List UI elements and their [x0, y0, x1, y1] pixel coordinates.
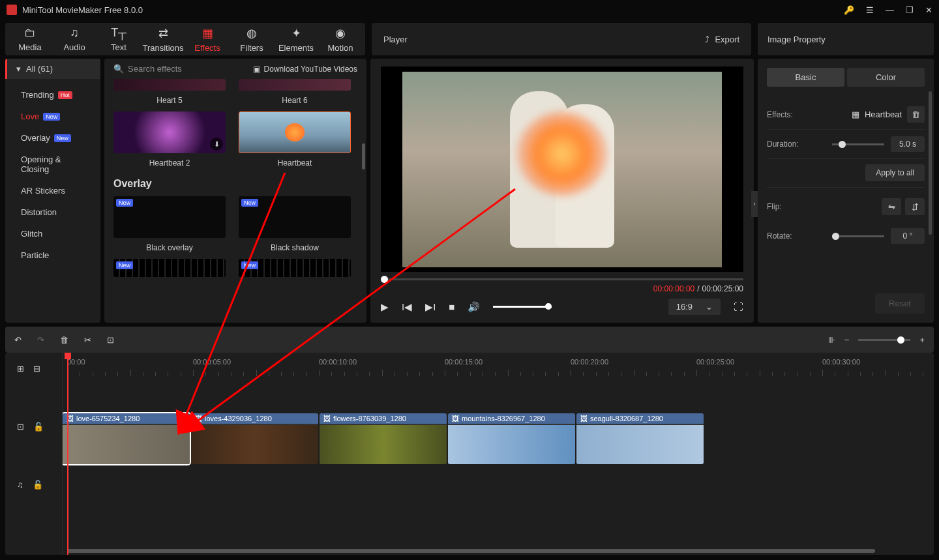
fullscreen-button[interactable]: ⛶ [734, 301, 743, 312]
zoom-in-button[interactable]: + [919, 335, 925, 345]
sidebar-item-love[interactable]: LoveNew [5, 106, 100, 127]
volume-icon[interactable]: 🔊 [468, 301, 480, 313]
timeline-clip[interactable]: 🖼love-6575234_1280 [63, 413, 190, 464]
sidebar-item-particle[interactable]: Particle [5, 244, 100, 266]
image-icon: 🖼 [452, 415, 459, 422]
sidebar-item-trending[interactable]: TrendingHot [5, 84, 100, 106]
close-icon[interactable]: ✕ [925, 5, 932, 15]
timeline: ⊞ ⊟ ⊡ 🔓 ♫ 🔓 00:0000:00:05:0000:00:10:000… [5, 353, 934, 555]
tab-elements[interactable]: ✦Elements [274, 25, 318, 53]
flip-vertical-button[interactable]: ⇵ [905, 198, 925, 215]
preview-area[interactable] [381, 66, 743, 272]
collapse-handle[interactable]: › [751, 191, 758, 217]
ruler-label: 00:00:30:00 [822, 358, 860, 366]
ruler-label: 00:00:10:00 [319, 358, 357, 366]
download-youtube-link[interactable]: ▣ Download YouTube Videos [253, 65, 357, 74]
search-input[interactable]: 🔍 Search effects [113, 64, 182, 74]
timeline-clip[interactable]: 🖼seagull-8320687_1280 [576, 413, 704, 464]
tab-basic[interactable]: Basic [767, 68, 844, 87]
lock-icon[interactable]: 🔓 [33, 422, 44, 432]
effect-heartbeat-2[interactable]: ⬇ Heartbeat 2 [113, 111, 226, 174]
seek-bar[interactable] [381, 278, 743, 280]
tab-motion[interactable]: ◉Motion [318, 25, 363, 53]
tab-effects[interactable]: ▦Effects [185, 25, 230, 53]
effect-item[interactable]: New [239, 259, 351, 277]
property-header: Image Property [758, 23, 934, 55]
sidebar-item-ar-stickers[interactable]: AR Stickers [5, 180, 100, 201]
effect-heart-6[interactable]: Heart 6 [239, 79, 351, 111]
properties-panel: Basic Color Effects: ▦ Heartbeat 🗑 Durat… [758, 59, 934, 323]
timeline-clip[interactable]: 🖼flowers-8763039_1280 [320, 413, 447, 464]
sidebar-item-glitch[interactable]: Glitch [5, 223, 100, 244]
zoom-out-button[interactable]: − [844, 335, 850, 345]
effect-heartbeat[interactable]: Heartbeat [239, 111, 351, 174]
tab-transitions[interactable]: ⇄Transitions [141, 25, 185, 53]
video-track-icon[interactable]: ⊡ [17, 422, 24, 432]
menu-icon[interactable]: ☰ [866, 5, 874, 15]
remove-track-button[interactable]: ⊟ [33, 364, 40, 374]
ruler[interactable]: 00:0000:00:05:0000:00:10:0000:00:15:0000… [63, 353, 934, 380]
add-track-button[interactable]: ⊞ [17, 364, 24, 374]
sidebar-all[interactable]: ▾ All (61) [5, 59, 100, 79]
duration-value[interactable]: 5.0 s [891, 136, 925, 152]
audio-track-icon[interactable]: ♫ [17, 480, 23, 490]
split-button[interactable]: ✂ [84, 335, 91, 345]
sidebar-item-distortion[interactable]: Distortion [5, 201, 100, 223]
seek-handle[interactable] [381, 276, 388, 283]
badge: New [43, 113, 60, 121]
key-icon[interactable]: 🔑 [844, 5, 854, 15]
image-icon: 🖼 [323, 415, 331, 422]
tab-color[interactable]: Color [847, 68, 925, 87]
aspect-ratio-select[interactable]: 16:9 ⌄ [668, 299, 721, 315]
play-button[interactable]: ▶ [381, 301, 389, 313]
tab-filters[interactable]: ◍Filters [230, 25, 274, 53]
fit-button[interactable]: ⊪ [828, 335, 835, 345]
minimize-icon[interactable]: — [886, 5, 894, 15]
effect-black-shadow[interactable]: New Black shadow [239, 196, 351, 259]
sidebar-item-opening-closing[interactable]: Opening & Closing [5, 149, 100, 180]
titlebar: MiniTool MovieMaker Free 8.0.0 🔑 ☰ — ❐ ✕ [0, 0, 939, 20]
reset-button[interactable]: Reset [875, 293, 925, 314]
export-button[interactable]: ⤴ Export [705, 35, 739, 44]
next-button[interactable]: ▶I [425, 301, 436, 313]
sidebar-item-overlay[interactable]: OverlayNew [5, 127, 100, 149]
app-icon [7, 5, 17, 15]
duration-slider[interactable] [832, 143, 884, 145]
badge: New [54, 134, 71, 142]
timeline-clip[interactable]: 🖼loves-4329036_1280 [191, 413, 318, 464]
delete-effect-button[interactable]: 🗑 [907, 106, 925, 123]
chevron-down-icon: ⌄ [706, 302, 713, 312]
volume-slider[interactable] [493, 306, 552, 308]
timeline-clip[interactable]: 🖼mountains-8326967_1280 [448, 413, 575, 464]
crop-button[interactable]: ⊡ [107, 335, 114, 345]
delete-button[interactable]: 🗑 [60, 335, 68, 345]
scrollbar[interactable] [929, 91, 932, 235]
lock-icon[interactable]: 🔓 [33, 480, 43, 490]
zoom-slider[interactable] [858, 339, 910, 341]
maximize-icon[interactable]: ❐ [906, 5, 914, 15]
effect-heart-5[interactable]: Heart 5 [113, 79, 226, 111]
stop-button[interactable]: ■ [449, 301, 455, 312]
player-header: Player ⤴ Export [372, 23, 751, 55]
prev-button[interactable]: I◀ [402, 301, 412, 313]
filters-icon: ◍ [246, 26, 257, 40]
transitions-icon: ⇄ [158, 26, 168, 40]
tab-audio[interactable]: ♫Audio [52, 25, 97, 53]
effect-item[interactable]: New [113, 259, 226, 277]
tab-text[interactable]: T┬Text [97, 25, 141, 53]
flip-horizontal-button[interactable]: ⇋ [882, 198, 901, 215]
redo-button[interactable]: ↷ [37, 335, 44, 345]
tab-media[interactable]: 🗀Media [8, 25, 52, 53]
rotate-value[interactable]: 0 ° [891, 228, 925, 244]
clip-label: 🖼mountains-8326967_1280 [448, 413, 575, 424]
scrollbar[interactable] [362, 143, 365, 169]
download-icon[interactable]: ⬇ [210, 138, 223, 151]
apply-all-button[interactable]: Apply to all [865, 164, 925, 181]
horizontal-scrollbar[interactable] [67, 549, 875, 553]
rotate-label: Rotate: [767, 231, 792, 241]
undo-button[interactable]: ↶ [14, 335, 22, 345]
playhead[interactable] [67, 353, 68, 555]
rotate-slider[interactable] [832, 235, 884, 237]
badge: Hot [58, 91, 72, 99]
effect-black-overlay[interactable]: New Black overlay [113, 196, 226, 259]
